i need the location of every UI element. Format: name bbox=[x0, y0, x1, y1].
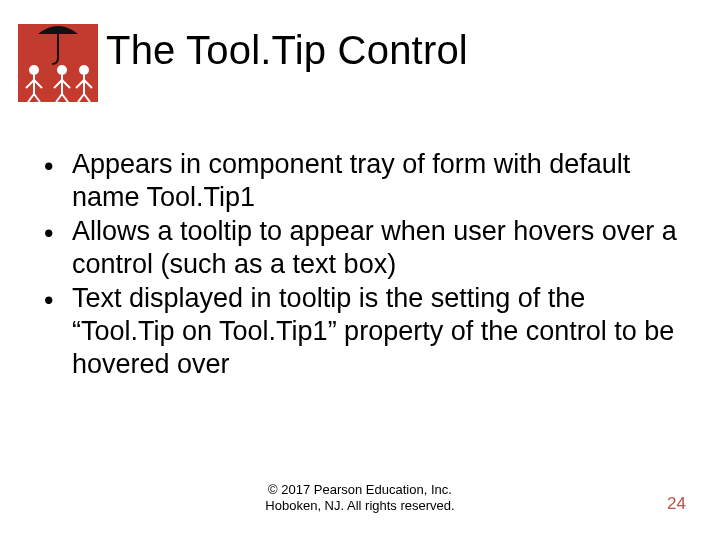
bullet-dot-icon: • bbox=[44, 148, 72, 183]
bullet-list: • Appears in component tray of form with… bbox=[44, 148, 680, 382]
bullet-dot-icon: • bbox=[44, 215, 72, 250]
page-number: 24 bbox=[667, 494, 686, 514]
svg-point-14 bbox=[79, 65, 89, 75]
bullet-text: Appears in component tray of form with d… bbox=[72, 148, 680, 214]
slide-decor-image bbox=[18, 24, 98, 102]
slide: The Tool.Tip Control • Appears in compon… bbox=[0, 0, 720, 540]
footer-line-1: © 2017 Pearson Education, Inc. bbox=[268, 482, 452, 497]
footer-line-2: Hoboken, NJ. All rights reserved. bbox=[265, 498, 454, 513]
list-item: • Appears in component tray of form with… bbox=[44, 148, 680, 214]
footer-copyright: © 2017 Pearson Education, Inc. Hoboken, … bbox=[0, 482, 720, 515]
slide-title: The Tool.Tip Control bbox=[106, 28, 468, 73]
bullet-dot-icon: • bbox=[44, 282, 72, 317]
list-item: • Allows a tooltip to appear when user h… bbox=[44, 215, 680, 281]
svg-point-2 bbox=[29, 65, 39, 75]
bullet-text: Text displayed in tooltip is the setting… bbox=[72, 282, 680, 381]
bullet-text: Allows a tooltip to appear when user hov… bbox=[72, 215, 680, 281]
list-item: • Text displayed in tooltip is the setti… bbox=[44, 282, 680, 381]
svg-point-8 bbox=[57, 65, 67, 75]
